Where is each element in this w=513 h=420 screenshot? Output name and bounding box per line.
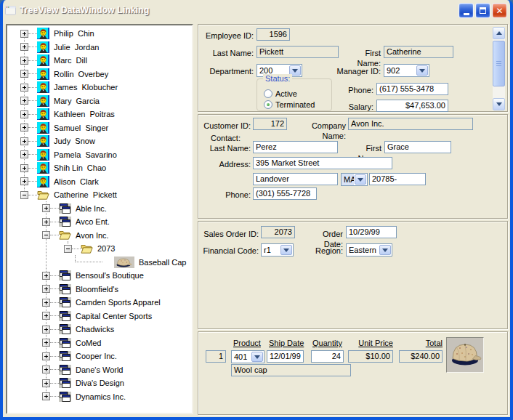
tree-item[interactable]: Diva's Design (7, 376, 192, 390)
tree-item[interactable]: Dane's World (7, 363, 192, 377)
minimize-button[interactable] (459, 3, 474, 18)
manager-id-dropdown[interactable]: 902 (384, 64, 429, 77)
tree-dotted-connector (28, 195, 37, 195)
expand-plus-icon[interactable] (20, 177, 28, 185)
scrollbar-up-button[interactable] (493, 27, 505, 39)
tree-item[interactable]: Pamela Savarino (7, 148, 192, 162)
expand-plus-icon[interactable] (20, 97, 28, 105)
tree-dotted-connector (50, 315, 59, 316)
status-radio-terminated[interactable]: Terminated (264, 100, 315, 109)
employee-scrollbar[interactable] (493, 27, 505, 110)
tree-item[interactable]: Avon Inc. (7, 229, 192, 243)
tree-item[interactable]: James Klobucher (7, 81, 192, 94)
product-dropdown[interactable]: 401 (231, 350, 264, 363)
contact-firstname-field[interactable]: Grace (384, 141, 451, 153)
expand-plus-icon[interactable] (42, 204, 50, 212)
collapse-minus-icon[interactable] (64, 245, 72, 253)
tree-item[interactable]: Dynamics Inc. (7, 390, 192, 404)
expand-plus-icon[interactable] (42, 299, 50, 307)
expand-plus-icon[interactable] (42, 285, 50, 293)
tree-dotted-connector (72, 249, 81, 249)
tree-item[interactable]: Marc Dill (7, 54, 192, 68)
expand-plus-icon[interactable] (20, 70, 28, 78)
tree-item-label: Kathleen Poitras (52, 110, 116, 118)
close-button[interactable]: ✕ (492, 3, 507, 18)
tree-dotted-connector (28, 127, 37, 128)
customer-phone-field[interactable]: (301) 555-7728 (253, 187, 317, 200)
expand-plus-icon[interactable] (20, 43, 28, 51)
tree-item[interactable]: Mary Garcia (7, 94, 192, 108)
expand-plus-icon[interactable] (42, 218, 50, 226)
expand-plus-icon[interactable] (42, 366, 50, 373)
tree-item[interactable]: Cooper Inc. (7, 350, 192, 363)
expand-plus-icon[interactable] (42, 326, 50, 334)
expand-plus-icon[interactable] (42, 379, 50, 387)
expand-plus-icon[interactable] (20, 164, 28, 172)
tree-item-label: James Klobucher (52, 83, 119, 92)
company-icon (59, 297, 71, 307)
tree-item-label: Bloomfield's (74, 285, 120, 294)
tree-item[interactable]: Kathleen Poitras (7, 108, 192, 121)
sales-order-panel: Sales Order ID: 2073 Order Date: 10/29/9… (198, 221, 508, 329)
tree-item[interactable]: Able Inc. (7, 202, 192, 216)
expand-plus-icon[interactable] (20, 124, 28, 132)
status-radio-active[interactable]: Active (264, 89, 297, 98)
person-icon (37, 135, 49, 147)
employee-salary-field[interactable]: $47,653.00 (376, 100, 448, 112)
expand-plus-icon[interactable] (20, 30, 28, 38)
tree-item[interactable]: Shih Lin Chao (7, 161, 192, 175)
expand-plus-icon[interactable] (42, 312, 50, 320)
maximize-button[interactable] (475, 3, 490, 18)
tree-item[interactable]: Chadwicks (7, 323, 192, 336)
tree-item[interactable]: Avco Ent. (7, 215, 192, 229)
financial-code-dropdown[interactable]: r1 (261, 243, 294, 257)
tree-item[interactable]: Julie Jordan (7, 41, 192, 54)
person-icon (37, 162, 49, 174)
tree-item[interactable]: Judy Snow (7, 134, 192, 148)
expand-plus-icon[interactable] (42, 392, 50, 400)
expand-plus-icon[interactable] (20, 84, 28, 92)
company-icon (59, 378, 71, 388)
city-field[interactable]: Landover (253, 173, 338, 185)
employee-firstname-label: First Name: (342, 48, 381, 58)
tree-item-label: Dane's World (74, 366, 124, 374)
client-area: Philip Chin Julie Jordan Marc Dill Rolli… (3, 20, 510, 417)
expand-plus-icon[interactable] (42, 352, 50, 360)
employee-lastname-label: Last Name: (204, 48, 254, 58)
ship-date-field[interactable]: 12/01/99 (267, 350, 304, 363)
tree-item-label: Avon Inc. (74, 231, 110, 240)
tree-item[interactable]: Philip Chin (7, 27, 192, 41)
tree-item[interactable]: Alison Clark (7, 175, 192, 189)
order-date-field[interactable]: 10/29/99 (346, 226, 397, 238)
contact-lastname-field[interactable]: Perez (253, 141, 338, 153)
zip-field[interactable]: 20785- (369, 173, 426, 185)
expand-plus-icon[interactable] (20, 150, 28, 158)
tree-dotted-connector (50, 356, 59, 357)
expand-plus-icon[interactable] (42, 272, 50, 280)
collapse-minus-icon[interactable] (42, 231, 50, 239)
state-dropdown[interactable]: MA (341, 173, 368, 186)
expand-plus-icon[interactable] (20, 110, 28, 118)
collapse-minus-icon[interactable] (20, 191, 28, 199)
scrollbar-thumb[interactable] (493, 41, 505, 86)
scrollbar-down-button[interactable] (493, 98, 505, 110)
title-bar[interactable]: TreeView DataWindow Linking ✕ (0, 0, 513, 20)
tree-item[interactable]: 2073 (7, 242, 192, 256)
tree-item[interactable]: Capital Center Sports (7, 310, 192, 323)
tree-item[interactable]: Samuel Singer (7, 121, 192, 135)
tree-item[interactable]: Bensoul's Boutique (7, 269, 192, 283)
employee-phone-field[interactable]: (617) 555-3478 (376, 83, 448, 95)
quantity-field[interactable]: 24 (311, 350, 344, 363)
person-icon (37, 108, 49, 120)
region-dropdown[interactable]: Eastern (346, 243, 392, 257)
expand-plus-icon[interactable] (20, 57, 28, 65)
tree-item[interactable]: CoMed (7, 336, 192, 350)
tree-item[interactable]: Baseball Cap (7, 256, 192, 270)
tree-item[interactable]: Catherine Pickett (7, 188, 192, 202)
address-field[interactable]: 395 Market Street (253, 157, 392, 169)
tree-item[interactable]: Rollin Overbey (7, 68, 192, 81)
expand-plus-icon[interactable] (20, 137, 28, 145)
tree-item[interactable]: Bloomfield's (7, 283, 192, 296)
expand-plus-icon[interactable] (42, 339, 50, 347)
tree-item[interactable]: Camden Sports Apparel (7, 296, 192, 310)
